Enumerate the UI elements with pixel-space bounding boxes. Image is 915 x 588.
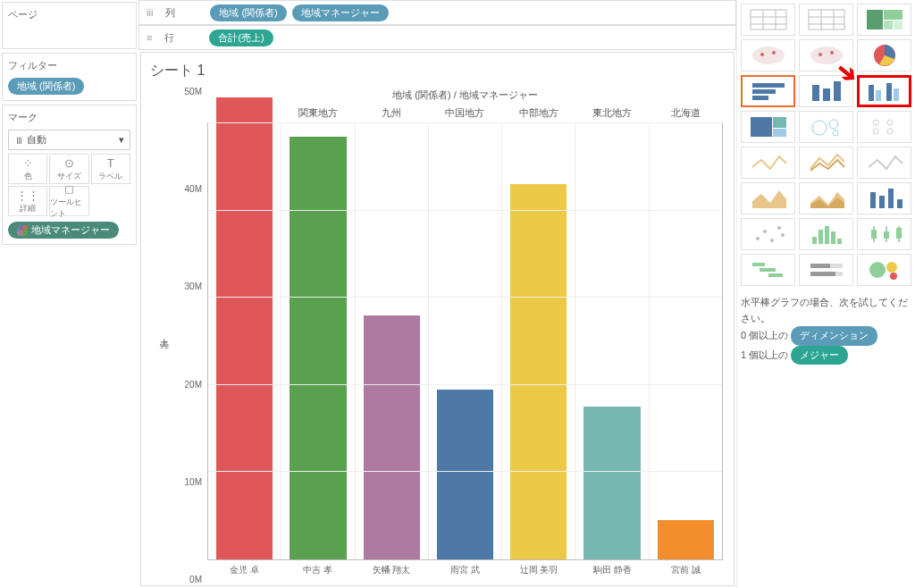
chevron-down-icon: ▾ xyxy=(119,134,124,146)
y-tick: 40M xyxy=(185,184,202,194)
svg-rect-23 xyxy=(752,96,768,100)
sheet-title[interactable]: シート 1 xyxy=(150,62,725,80)
showme-line[interactable] xyxy=(741,147,795,179)
filters-shelf[interactable]: フィルター 地域 (関係者) xyxy=(2,53,137,101)
showme-treemap[interactable] xyxy=(857,4,911,36)
filter-pill-region[interactable]: 地域 (関係者) xyxy=(8,78,84,95)
show-me-grid: ➔ xyxy=(741,4,911,286)
showme-map[interactable] xyxy=(741,39,795,71)
showme-map[interactable] xyxy=(799,39,853,71)
x-axis-labels: 金児 卓中吉 孝矢幡 翔太雨宮 武辻岡 美羽駒田 静香宮前 誠 xyxy=(207,560,723,576)
サイズ-icon: ⊙ xyxy=(64,156,74,170)
svg-rect-10 xyxy=(867,10,883,29)
svg-rect-21 xyxy=(752,83,785,88)
bar[interactable] xyxy=(364,315,420,559)
svg-rect-47 xyxy=(897,199,902,208)
svg-point-36 xyxy=(833,130,838,136)
showme-hbar[interactable] xyxy=(741,75,795,107)
svg-point-51 xyxy=(777,226,781,230)
showme-packed[interactable] xyxy=(857,254,911,286)
svg-rect-5 xyxy=(809,10,844,29)
svg-rect-33 xyxy=(773,129,786,137)
showme-pie[interactable] xyxy=(857,39,911,71)
show-me-hint: 水平棒グラフの場合、次を試してください。 0 個以上の ディメンション 1 個以… xyxy=(741,295,911,365)
svg-point-16 xyxy=(772,51,776,55)
col-pill-region[interactable]: 地域 (関係者) xyxy=(210,4,286,21)
svg-rect-56 xyxy=(831,231,835,244)
svg-rect-55 xyxy=(825,226,829,244)
x-label: 雨宮 武 xyxy=(428,560,501,576)
svg-rect-13 xyxy=(894,21,902,29)
row-pill-sales[interactable]: 合計(売上) xyxy=(209,29,273,46)
svg-rect-26 xyxy=(834,81,841,101)
mark-btn-サイズ[interactable]: ⊙サイズ xyxy=(49,154,88,184)
column-header: 中国地方 xyxy=(428,104,501,123)
showme-vbar2[interactable] xyxy=(857,182,911,214)
showme-hist[interactable] xyxy=(799,218,853,250)
showme-gantt[interactable] xyxy=(741,254,795,286)
pages-shelf[interactable]: ページ xyxy=(2,2,137,49)
bar[interactable] xyxy=(437,390,493,559)
svg-point-50 xyxy=(770,239,774,242)
rows-shelf[interactable]: ≡ 行 合計(売上) xyxy=(139,25,736,50)
showme-table[interactable] xyxy=(741,4,795,36)
bar-column xyxy=(208,123,281,559)
filters-title: フィルター xyxy=(8,59,130,72)
showme-table[interactable] xyxy=(799,4,853,36)
bar[interactable] xyxy=(216,97,273,559)
showme-area2[interactable] xyxy=(799,182,853,214)
plot xyxy=(207,123,723,560)
showme-bubble2[interactable] xyxy=(857,111,911,143)
svg-point-34 xyxy=(812,121,827,135)
column-header: 東北地方 xyxy=(575,104,649,123)
showme-side-bars[interactable]: ➔ xyxy=(857,75,911,107)
showme-bubble[interactable] xyxy=(799,111,853,143)
svg-rect-30 xyxy=(894,88,899,101)
column-header: 関東地方 xyxy=(281,104,354,123)
mark-btn-詳細[interactable]: ⋮⋮詳細 xyxy=(8,186,47,216)
svg-point-48 xyxy=(756,237,760,240)
mark-btn-ツールヒント[interactable]: ◻ツールヒント xyxy=(49,186,88,216)
svg-point-19 xyxy=(830,51,834,55)
svg-rect-28 xyxy=(876,90,881,101)
showme-scatter[interactable] xyxy=(741,218,795,250)
mark-btn-色[interactable]: ⁘色 xyxy=(8,154,47,184)
bar[interactable] xyxy=(658,520,714,559)
y-tick: 20M xyxy=(185,379,202,389)
svg-rect-70 xyxy=(810,272,835,276)
bar[interactable] xyxy=(510,184,567,559)
showme-tree[interactable] xyxy=(741,111,795,143)
bar[interactable] xyxy=(583,407,640,559)
svg-point-39 xyxy=(887,120,893,125)
showme-box[interactable] xyxy=(857,218,911,250)
showme-area[interactable] xyxy=(741,182,795,214)
chart-title: 地域 (関係者) / 地域マネージャー xyxy=(207,88,723,104)
svg-point-38 xyxy=(873,129,878,134)
marks-type-select[interactable]: ⫼ 自動 ▾ xyxy=(8,130,130,150)
bar-column xyxy=(429,123,502,559)
svg-rect-24 xyxy=(812,85,819,101)
svg-rect-66 xyxy=(768,273,783,277)
svg-point-14 xyxy=(752,46,785,64)
svg-rect-46 xyxy=(888,189,894,208)
svg-rect-44 xyxy=(870,192,876,208)
bar[interactable] xyxy=(290,137,346,559)
svg-rect-68 xyxy=(810,264,830,268)
showme-line2[interactable] xyxy=(799,147,853,179)
columns-shelf[interactable]: iii 列 地域 (関係者) 地域マネージャー xyxy=(139,0,736,25)
showme-vbar[interactable] xyxy=(799,75,853,107)
show-me-panel: ➔ 水平棒グラフの場合、次を試してください。 0 個以上の ディメンション 1 … xyxy=(736,0,915,588)
color-pill-manager[interactable]: 地域マネージャー xyxy=(8,222,119,239)
col-pill-manager[interactable]: 地域マネージャー xyxy=(292,4,389,21)
y-tick: 10M xyxy=(185,476,202,486)
x-label: 駒田 静香 xyxy=(575,560,649,576)
showme-line3[interactable] xyxy=(857,147,911,179)
main-area: iii 列 地域 (関係者) 地域マネージャー ≡ 行 合計(売上) シート 1… xyxy=(139,0,736,588)
svg-rect-29 xyxy=(886,83,892,101)
svg-rect-63 xyxy=(896,228,902,239)
mark-btn-ラベル[interactable]: Tラベル xyxy=(91,154,130,184)
showme-bullet[interactable] xyxy=(799,254,853,286)
svg-point-52 xyxy=(781,233,785,237)
bar-column xyxy=(575,123,649,559)
column-header: 九州 xyxy=(355,104,428,123)
